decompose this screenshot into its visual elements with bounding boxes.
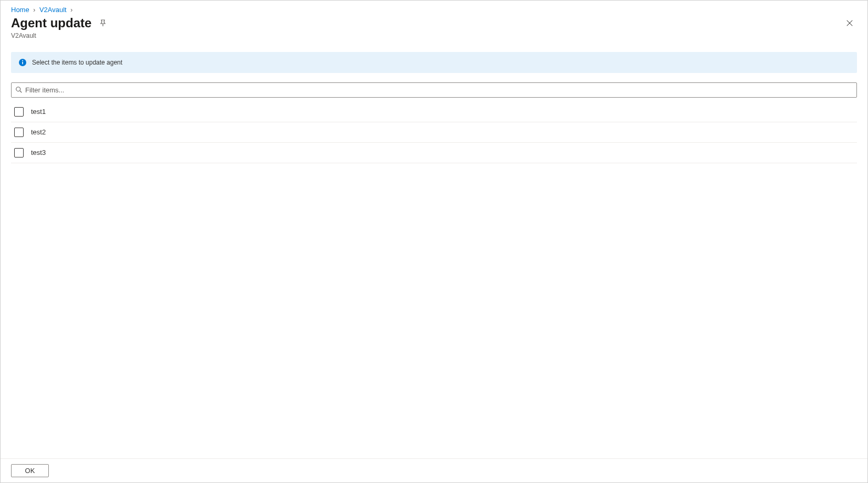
footer: OK	[1, 458, 867, 482]
close-button[interactable]	[844, 18, 855, 28]
breadcrumb: Home › V2Avault ›	[1, 1, 867, 16]
content-area: Select the items to update agent test1 t…	[1, 43, 867, 458]
list-item[interactable]: test3	[11, 143, 857, 163]
pin-icon[interactable]	[99, 19, 107, 27]
item-label: test2	[31, 128, 46, 136]
page-subtitle: V2Avault	[11, 32, 857, 39]
item-label: test3	[31, 149, 46, 156]
breadcrumb-v2avault[interactable]: V2Avault	[39, 6, 67, 14]
title-row: Agent update	[11, 16, 857, 31]
page-title: Agent update	[11, 16, 91, 31]
breadcrumb-home[interactable]: Home	[11, 6, 29, 14]
filter-wrap	[11, 82, 857, 98]
item-checkbox[interactable]	[14, 148, 24, 158]
item-checkbox[interactable]	[14, 107, 24, 117]
item-checkbox[interactable]	[14, 128, 24, 137]
page-header: Agent update V2Avault	[1, 16, 867, 43]
info-icon	[18, 58, 27, 67]
list-item[interactable]: test2	[11, 122, 857, 143]
info-banner-text: Select the items to update agent	[32, 59, 122, 66]
item-list: test1 test2 test3	[11, 102, 857, 163]
chevron-right-icon: ›	[33, 6, 35, 14]
svg-point-4	[22, 60, 23, 61]
list-item[interactable]: test1	[11, 102, 857, 122]
svg-rect-5	[22, 61, 23, 64]
filter-input[interactable]	[11, 82, 857, 98]
item-label: test1	[31, 108, 46, 116]
ok-button[interactable]: OK	[11, 464, 49, 477]
info-banner: Select the items to update agent	[11, 52, 857, 73]
chevron-right-icon: ›	[70, 6, 72, 14]
